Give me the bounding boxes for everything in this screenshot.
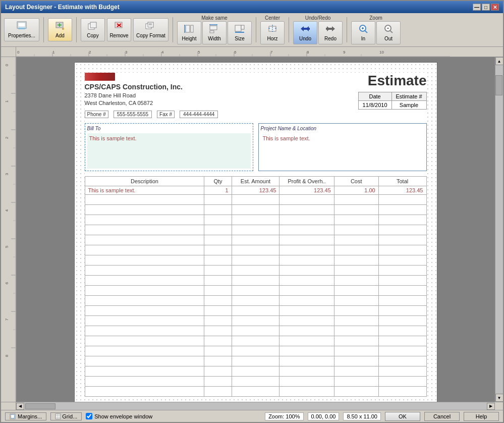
table-empty-row bbox=[85, 245, 426, 255]
scroll-thumb[interactable] bbox=[495, 75, 502, 95]
status-left: Margins... Grid... Show envelope window bbox=[5, 412, 152, 420]
col-cost: Cost bbox=[334, 176, 378, 186]
scroll-down-button[interactable]: ▼ bbox=[495, 394, 503, 402]
bill-to-title: Bill To bbox=[87, 126, 251, 131]
ok-button[interactable]: OK bbox=[385, 412, 420, 421]
cancel-button[interactable]: Cancel bbox=[424, 412, 460, 421]
minimize-button[interactable]: — bbox=[473, 4, 481, 11]
zoom-out-icon bbox=[383, 24, 394, 35]
table-empty-row bbox=[85, 315, 426, 326]
remove-icon bbox=[114, 21, 125, 32]
estimate-number-value: Sample bbox=[391, 101, 426, 110]
svg-text:4: 4 bbox=[161, 50, 164, 55]
svg-text:0: 0 bbox=[17, 50, 20, 55]
scroll-up-button[interactable]: ▲ bbox=[495, 57, 503, 65]
scroll-corner bbox=[1, 402, 16, 410]
grid-button[interactable]: Grid... bbox=[50, 412, 82, 420]
table-empty-row bbox=[85, 336, 426, 346]
close-button[interactable]: ✕ bbox=[491, 4, 499, 11]
ruler-corner bbox=[1, 47, 16, 57]
remove-button[interactable]: Remove bbox=[107, 18, 131, 41]
scroll-left-button[interactable]: ◀ bbox=[16, 403, 24, 410]
copy-button[interactable]: Copy bbox=[81, 18, 105, 41]
height-button[interactable]: Height bbox=[177, 21, 201, 44]
project-content: This is sample text. bbox=[261, 133, 424, 169]
svg-text:8: 8 bbox=[307, 50, 309, 55]
copy-format-button[interactable]: Copy Format bbox=[133, 18, 169, 41]
horz-icon bbox=[267, 24, 278, 35]
company-address-line2: West Charleston, CA 05872 bbox=[85, 99, 348, 107]
size-icon bbox=[234, 24, 245, 35]
horizontal-scroll-thumb[interactable] bbox=[25, 403, 55, 409]
zoom-group: Zoom In bbox=[351, 15, 401, 44]
center-label: Center bbox=[265, 15, 280, 21]
show-envelope-checkbox[interactable] bbox=[86, 413, 92, 419]
make-same-group: Make same Height bbox=[177, 15, 252, 44]
remove-label: Remove bbox=[109, 33, 128, 38]
svg-text:5: 5 bbox=[198, 50, 200, 55]
table-empty-row bbox=[85, 346, 426, 356]
add-label: Add bbox=[55, 33, 65, 38]
help-button[interactable]: Help bbox=[464, 412, 499, 421]
svg-rect-18 bbox=[186, 25, 190, 32]
table-empty-row bbox=[85, 194, 426, 204]
toolbar: Properties... Add bbox=[1, 13, 503, 47]
info-boxes: Bill To This is sample text. Project Nam… bbox=[85, 123, 427, 171]
zoom-in-button[interactable]: In bbox=[351, 21, 375, 44]
horizontal-scrollbar-row: ◀ ▶ bbox=[1, 402, 503, 410]
zoom-out-button[interactable]: Out bbox=[376, 21, 401, 44]
status-bar: Margins... Grid... Show envelope window … bbox=[1, 410, 503, 422]
table-empty-row bbox=[85, 305, 426, 315]
redo-button[interactable]: Redo bbox=[318, 21, 343, 44]
svg-text:4: 4 bbox=[5, 209, 9, 212]
table-empty-row bbox=[85, 376, 426, 386]
make-same-label: Make same bbox=[201, 15, 228, 21]
horz-button[interactable]: Horz bbox=[260, 21, 285, 44]
row-description: This is sample text. bbox=[85, 186, 204, 194]
project-title: Project Name & Location bbox=[261, 126, 424, 131]
canvas-area: CPS/CAPS Construction, Inc. 2378 Dane Hi… bbox=[16, 57, 495, 402]
main-window: Layout Designer - Estimate with Budget —… bbox=[0, 0, 504, 423]
add-button[interactable]: Add bbox=[48, 18, 72, 41]
design-paper[interactable]: CPS/CAPS Construction, Inc. 2378 Dane Hi… bbox=[74, 62, 437, 402]
undo-button[interactable]: Undo bbox=[293, 21, 317, 44]
maximize-button[interactable]: □ bbox=[482, 4, 490, 11]
redo-icon bbox=[325, 24, 336, 35]
size-label: Size bbox=[235, 36, 244, 41]
estimate-title: Estimate bbox=[368, 73, 427, 89]
zoom-out-label: Out bbox=[384, 36, 393, 41]
project-box[interactable]: Project Name & Location This is sample t… bbox=[258, 123, 427, 171]
bill-to-content: This is sample text. bbox=[87, 133, 251, 169]
canvas-wrapper[interactable]: CPS/CAPS Construction, Inc. 2378 Dane Hi… bbox=[16, 57, 495, 402]
margins-button[interactable]: Margins... bbox=[5, 412, 46, 420]
horizontal-scrollbar[interactable]: ◀ ▶ bbox=[16, 402, 495, 410]
center-buttons: Horz bbox=[260, 21, 285, 44]
width-button[interactable]: Width bbox=[202, 21, 227, 44]
scroll-right-button[interactable]: ▶ bbox=[487, 403, 495, 410]
bill-to-box[interactable]: Bill To This is sample text. bbox=[85, 123, 253, 171]
show-envelope-label[interactable]: Show envelope window bbox=[86, 413, 152, 419]
table-empty-row bbox=[85, 255, 426, 265]
properties-button[interactable]: Properties... bbox=[4, 18, 39, 41]
phone-label: Phone # bbox=[85, 111, 108, 118]
vertical-scrollbar[interactable]: ▲ ▼ bbox=[495, 57, 503, 402]
svg-marker-36 bbox=[306, 26, 310, 31]
svg-rect-77 bbox=[1, 57, 16, 400]
estimate-header: CPS/CAPS Construction, Inc. 2378 Dane Hi… bbox=[85, 73, 427, 118]
table-empty-row bbox=[85, 275, 426, 285]
svg-text:0: 0 bbox=[5, 64, 9, 66]
estimate-table: Description Qty Est. Amount Profit & Ove… bbox=[85, 176, 427, 397]
width-label: Width bbox=[208, 36, 221, 41]
size-button[interactable]: Size bbox=[228, 21, 252, 44]
window-title: Layout Designer - Estimate with Budget bbox=[5, 4, 120, 11]
row-profit: 123.45 bbox=[279, 186, 334, 194]
table-empty-row bbox=[85, 356, 426, 366]
svg-rect-30 bbox=[235, 32, 244, 33]
status-right: Zoom: 100% 0.00, 0.00 8.50 x 11.00 OK Ca… bbox=[265, 412, 499, 421]
zoom-status: Zoom: 100% bbox=[265, 412, 303, 420]
content-layout: 0 1 2 3 4 5 6 7 8 9 10 bbox=[1, 47, 503, 410]
svg-rect-46 bbox=[16, 47, 450, 57]
header-right: Estimate Date Estimate # bbox=[348, 73, 427, 110]
col-description: Description bbox=[85, 176, 204, 186]
undo-redo-label: Undo/Redo bbox=[305, 15, 331, 21]
